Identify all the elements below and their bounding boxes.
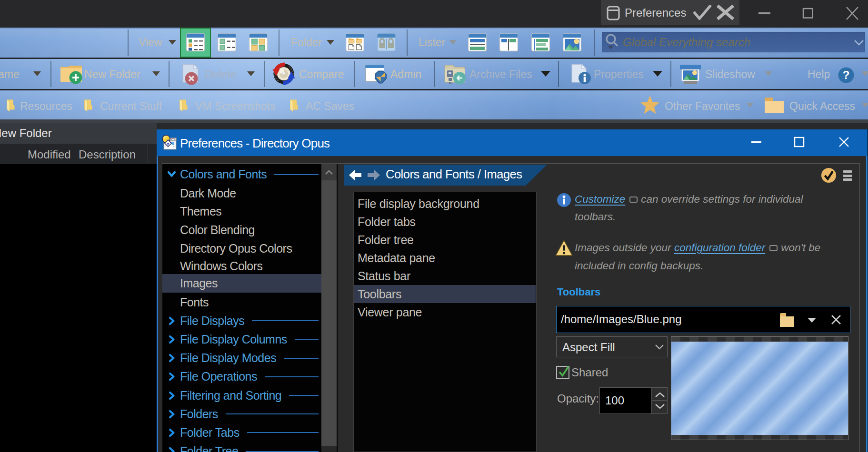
svg-text:?: ? [843, 69, 850, 81]
